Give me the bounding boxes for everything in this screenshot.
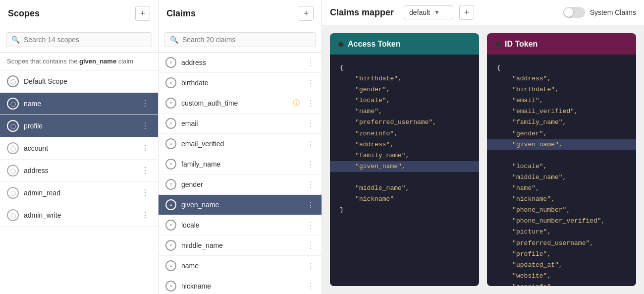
claims-add-button[interactable]: + — [299, 6, 314, 21]
claim-icon-address: ≡ — [165, 57, 176, 68]
claim-menu-given-name[interactable]: ⋮ — [307, 200, 315, 210]
claim-warn-custom-auth-time: ⓘ — [293, 99, 300, 108]
mapper-title: Claims mapper — [330, 7, 394, 18]
claim-item-email-verified[interactable]: ≡ email_verified ⋮ — [159, 134, 322, 154]
scope-item-address[interactable]: ◯ address ⋮ — [0, 160, 158, 182]
scope-item-default[interactable]: ◯ Default Scope — [0, 70, 158, 93]
claims-search-input[interactable] — [182, 36, 310, 44]
claims-search-wrap[interactable]: 🔍 — [164, 32, 316, 47]
claim-label-gender: gender — [181, 180, 302, 188]
scope-menu-name[interactable]: ⋮ — [139, 99, 151, 109]
claim-menu-family-name[interactable]: ⋮ — [307, 160, 315, 169]
scope-menu-admin-write[interactable]: ⋮ — [139, 210, 151, 220]
claim-menu-address[interactable]: ⋮ — [307, 58, 315, 67]
claim-item-birthdate[interactable]: ≡ birthdate ⋮ — [159, 73, 322, 93]
scope-icon-default: ◯ — [7, 75, 19, 87]
claim-menu-email-verified[interactable]: ⋮ — [307, 139, 315, 149]
system-claims-toggle-track[interactable] — [563, 7, 585, 18]
claim-icon-locale: ≡ — [165, 220, 176, 231]
claim-icon-family-name: ≡ — [165, 159, 176, 170]
scopes-search-box: 🔍 — [0, 27, 158, 53]
scope-item-profile[interactable]: ◯ profile ⋮ — [0, 115, 158, 137]
claim-label-name: name — [181, 262, 302, 270]
scope-label-profile: profile — [24, 122, 134, 130]
claim-label-nickname: nickname — [181, 282, 302, 290]
scope-label-admin-write: admin_write — [24, 211, 134, 219]
access-token-body: { "birthdate", "gender", "locale", "name… — [330, 55, 479, 286]
mapper-add-button[interactable]: + — [459, 5, 474, 20]
claim-item-email[interactable]: ≡ email ⋮ — [159, 114, 322, 134]
scope-label-default: Default Scope — [24, 77, 151, 85]
claim-icon-name: ≡ — [165, 260, 176, 271]
claim-label-address: address — [181, 59, 302, 66]
mapper-panel: Claims mapper default ▼ + System Claims … — [322, 0, 644, 294]
claim-item-locale[interactable]: ≡ locale ⋮ — [159, 215, 322, 235]
scope-menu-admin-read[interactable]: ⋮ — [139, 188, 151, 198]
scopes-search-wrap[interactable]: 🔍 — [6, 32, 152, 47]
claims-list: ≡ address ⋮ ≡ birthdate ⋮ ≡ custom_auth_… — [159, 53, 322, 294]
scopes-search-input[interactable] — [24, 36, 147, 44]
scopes-hint: Scopes that contains the given_name clai… — [0, 53, 158, 70]
claims-search-box: 🔍 — [159, 27, 322, 53]
claim-menu-name[interactable]: ⋮ — [307, 261, 315, 271]
scope-item-name[interactable]: ◯ name ⋮ — [0, 93, 158, 115]
access-token-title: Access Token — [348, 40, 400, 49]
claim-icon-nickname: ≡ — [165, 281, 176, 292]
system-claims-toggle: System Claims — [563, 7, 636, 18]
scope-item-admin-read[interactable]: ◯ admin_read ⋮ — [0, 182, 158, 204]
claim-item-custom-auth-time[interactable]: ≡ custom_auth_time ⓘ ⋮ — [159, 93, 322, 114]
claim-menu-gender[interactable]: ⋮ — [307, 180, 315, 189]
id-token-card: ◆ ID Token { "address", "birthdate", "em… — [487, 33, 636, 286]
scope-label-address: address — [24, 167, 134, 175]
claims-title: Claims — [166, 8, 196, 19]
claim-menu-nickname[interactable]: ⋮ — [307, 282, 315, 291]
claim-icon-custom-auth-time: ≡ — [165, 98, 176, 109]
toggle-thumb — [564, 8, 573, 17]
claim-icon-middle-name: ≡ — [165, 240, 176, 251]
claims-header: Claims + — [159, 0, 322, 27]
scope-menu-address[interactable]: ⋮ — [139, 166, 151, 176]
claim-menu-middle-name[interactable]: ⋮ — [307, 241, 315, 250]
claim-item-name[interactable]: ≡ name ⋮ — [159, 256, 322, 276]
mapper-dropdown-label: default — [409, 8, 430, 16]
claim-label-middle-name: middle_name — [181, 241, 302, 249]
scope-icon-admin-read: ◯ — [7, 187, 19, 199]
claims-panel: Claims + 🔍 ≡ address ⋮ ≡ birthdate ⋮ ≡ c… — [159, 0, 322, 294]
claims-search-icon: 🔍 — [170, 36, 178, 44]
scope-icon-address: ◯ — [7, 165, 19, 176]
scopes-add-button[interactable]: + — [135, 6, 150, 21]
claim-icon-email-verified: ≡ — [165, 138, 176, 149]
claim-menu-locale[interactable]: ⋮ — [307, 221, 315, 230]
claim-item-middle-name[interactable]: ≡ middle_name ⋮ — [159, 235, 322, 256]
claim-label-locale: locale — [181, 221, 302, 229]
scopes-search-icon: 🔍 — [11, 36, 20, 44]
id-token-header: ◆ ID Token — [487, 33, 636, 55]
scope-label-name: name — [24, 100, 134, 108]
scopes-hint-keyword: given_name — [79, 58, 116, 65]
scope-menu-account[interactable]: ⋮ — [139, 143, 151, 153]
access-token-highlighted-line: "given_name", — [330, 161, 479, 172]
claim-icon-given-name: ≡ — [165, 199, 176, 210]
scope-icon-admin-write: ◯ — [7, 209, 19, 221]
claim-menu-birthdate[interactable]: ⋮ — [307, 78, 315, 88]
scope-label-account: account — [24, 144, 134, 152]
scope-item-account[interactable]: ◯ account ⋮ — [0, 137, 158, 160]
scope-item-admin-write[interactable]: ◯ admin_write ⋮ — [0, 204, 158, 227]
scope-icon-name: ◯ — [7, 98, 19, 110]
claim-label-email-verified: email_verified — [181, 140, 302, 148]
claim-icon-birthdate: ≡ — [165, 77, 176, 88]
mapper-dropdown[interactable]: default ▼ — [404, 5, 453, 19]
claim-item-nickname[interactable]: ≡ nickname ⋮ — [159, 276, 322, 294]
claim-item-family-name[interactable]: ≡ family_name ⋮ — [159, 154, 322, 175]
scope-label-admin-read: admin_read — [24, 189, 134, 197]
claim-menu-custom-auth-time[interactable]: ⋮ — [307, 99, 315, 108]
scope-icon-account: ◯ — [7, 142, 19, 154]
claim-item-gender[interactable]: ≡ gender ⋮ — [159, 175, 322, 195]
access-token-card: ◆ Access Token { "birthdate", "gender", … — [330, 33, 479, 286]
scope-menu-profile[interactable]: ⋮ — [139, 121, 151, 131]
scopes-title: Scopes — [8, 8, 40, 19]
claim-menu-email[interactable]: ⋮ — [307, 119, 315, 128]
claim-item-given-name[interactable]: ≡ given_name ⋮ — [159, 195, 322, 215]
claim-label-birthdate: birthdate — [181, 79, 302, 87]
claim-item-address[interactable]: ≡ address ⋮ — [159, 53, 322, 73]
